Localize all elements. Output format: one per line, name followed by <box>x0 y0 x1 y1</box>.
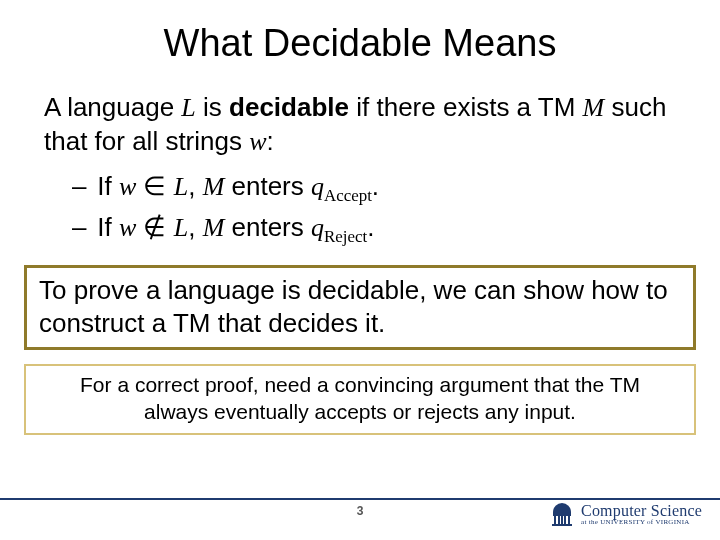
slide-body: A language L is decidable if there exist… <box>0 91 720 249</box>
bullet-text: If <box>90 212 119 242</box>
element-of: ∈ <box>136 171 173 201</box>
logo-text: Computer Science at the UNIVERSITY of VI… <box>581 503 702 526</box>
bullet-text: enters <box>224 171 311 201</box>
def-text: is <box>196 92 229 122</box>
page-number: 3 <box>357 504 364 518</box>
footer-logo: Computer Science at the UNIVERSITY of VI… <box>549 500 702 528</box>
def-text: A language <box>44 92 181 122</box>
definition-paragraph: A language L is decidable if there exist… <box>38 91 682 158</box>
not-element-of: ∉ <box>136 212 173 242</box>
def-text: if there exists a TM <box>349 92 583 122</box>
svg-rect-1 <box>554 516 556 524</box>
bullet-reject: – If w ∉ L, M enters qReject. <box>72 209 682 250</box>
dash-icon: – <box>72 209 90 247</box>
def-L: L <box>181 93 195 122</box>
def-text: : <box>267 126 274 156</box>
var-L: L <box>174 213 188 242</box>
bullet-text: If <box>90 171 119 201</box>
bullet-text: enters <box>224 212 311 242</box>
var-M: M <box>203 213 225 242</box>
def-w: w <box>249 127 266 156</box>
svg-rect-5 <box>568 516 570 524</box>
dash-icon: – <box>72 168 90 206</box>
var-w: w <box>119 172 136 201</box>
bullet-text: , <box>188 171 202 201</box>
callout-box-primary: To prove a language is decidable, we can… <box>24 265 696 350</box>
bullet-text: . <box>372 171 379 201</box>
var-q: q <box>311 213 324 242</box>
svg-rect-3 <box>561 516 563 524</box>
svg-rect-2 <box>558 516 560 524</box>
slide-footer: 3 Computer Science at the UNIVERSITY of … <box>0 498 720 540</box>
bullet-text: . <box>367 212 374 242</box>
bullet-list: – If w ∈ L, M enters qAccept. – If w ∉ L… <box>38 168 682 249</box>
var-q: q <box>311 172 324 201</box>
callout-box-secondary: For a correct proof, need a convincing a… <box>24 364 696 435</box>
svg-rect-4 <box>564 516 566 524</box>
def-bold: decidable <box>229 92 349 122</box>
var-L: L <box>174 172 188 201</box>
svg-rect-6 <box>552 524 572 526</box>
sub-accept: Accept <box>324 186 372 205</box>
svg-rect-0 <box>553 514 571 516</box>
bullet-text: , <box>188 212 202 242</box>
rotunda-icon <box>549 500 575 528</box>
bullet-accept: – If w ∈ L, M enters qAccept. <box>72 168 682 209</box>
def-M: M <box>583 93 605 122</box>
sub-reject: Reject <box>324 227 367 246</box>
logo-dept: Computer Science <box>581 503 702 519</box>
var-M: M <box>203 172 225 201</box>
var-w: w <box>119 213 136 242</box>
slide-title: What Decidable Means <box>0 22 720 65</box>
logo-university: at the UNIVERSITY of VIRGINIA <box>581 519 702 526</box>
